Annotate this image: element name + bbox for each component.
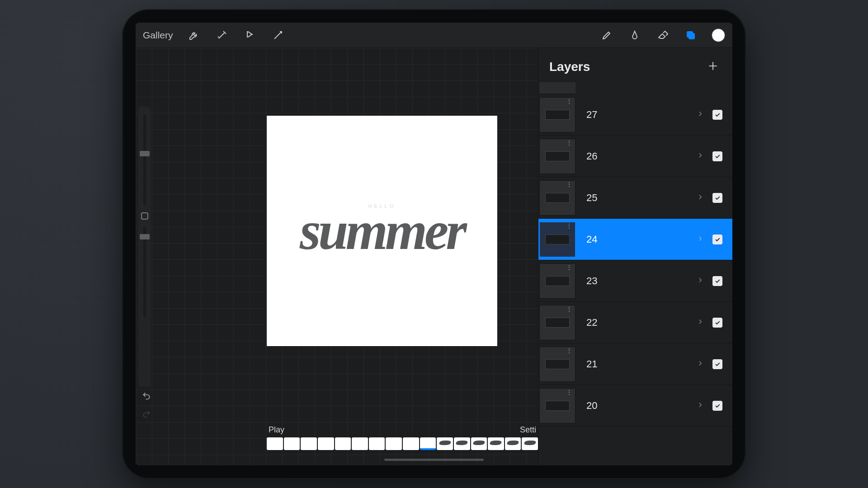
chevron-right-icon[interactable]	[696, 193, 704, 203]
chevron-right-icon[interactable]	[696, 276, 704, 286]
timeline-frame[interactable]	[403, 437, 419, 450]
timeline-frame[interactable]	[267, 437, 283, 450]
timeline-settings-button[interactable]: Setti	[520, 425, 536, 435]
layers-icon[interactable]	[684, 28, 698, 42]
layer-label: 24	[578, 234, 696, 245]
wand-icon[interactable]	[215, 28, 229, 42]
layer-row[interactable]: ⋮20	[538, 385, 732, 427]
layer-row[interactable]: ⋮24	[538, 219, 732, 260]
layer-label: 27	[578, 109, 696, 121]
play-button[interactable]: Play	[269, 425, 284, 435]
layer-label: 26	[578, 150, 696, 162]
brush-size-slider[interactable]	[143, 115, 146, 205]
timeline-frame[interactable]	[369, 437, 385, 450]
layer-label: 20	[578, 400, 696, 412]
selection-icon[interactable]	[243, 28, 257, 42]
timeline-frame[interactable]	[318, 437, 334, 450]
move-icon[interactable]	[271, 28, 285, 42]
chevron-right-icon[interactable]	[696, 359, 704, 369]
smudge-icon[interactable]	[627, 28, 642, 42]
layer-list: ⋮27⋮26⋮25⋮24⋮23⋮22⋮21⋮20	[538, 94, 732, 465]
layer-thumbnail[interactable]: ⋮	[539, 139, 576, 174]
visibility-checkbox[interactable]	[712, 359, 722, 369]
brush-size-thumb[interactable]	[140, 151, 150, 156]
timeline-frame[interactable]	[420, 437, 436, 450]
eraser-icon[interactable]	[656, 28, 670, 42]
layers-panel: Layers ⋮27⋮26⋮25⋮24⋮23⋮22⋮21⋮20	[538, 48, 732, 465]
timeline-frame[interactable]	[335, 437, 351, 450]
layer-row[interactable]: ⋮26	[538, 136, 732, 177]
opacity-thumb[interactable]	[140, 234, 150, 239]
chevron-right-icon[interactable]	[696, 235, 704, 244]
brush-icon[interactable]	[599, 28, 614, 42]
chevron-right-icon[interactable]	[696, 151, 704, 161]
layer-thumbnail[interactable]: ⋮	[539, 263, 576, 299]
canvas[interactable]: HELLO summer summer	[267, 116, 497, 346]
canvas-artwork: summer summer	[300, 200, 464, 262]
timeline-frame[interactable]	[505, 437, 521, 450]
visibility-checkbox[interactable]	[712, 235, 722, 244]
chevron-right-icon[interactable]	[696, 318, 704, 328]
layer-thumbnail[interactable]: ⋮	[539, 305, 576, 340]
top-toolbar: Gallery	[136, 23, 732, 48]
visibility-checkbox[interactable]	[712, 151, 722, 161]
visibility-checkbox[interactable]	[712, 401, 722, 411]
chevron-right-icon[interactable]	[696, 110, 704, 120]
layer-row[interactable]: ⋮25	[538, 177, 732, 219]
frame-strip[interactable]	[267, 437, 538, 450]
layer-row[interactable]: ⋮21	[538, 343, 732, 385]
timeline-frame[interactable]	[488, 437, 504, 450]
layer-group-stub[interactable]	[539, 82, 576, 94]
visibility-checkbox[interactable]	[712, 193, 722, 203]
layer-label: 23	[578, 275, 696, 287]
layer-thumbnail[interactable]: ⋮	[539, 347, 576, 382]
layer-label: 21	[578, 358, 696, 370]
layer-label: 25	[578, 192, 696, 204]
layer-row[interactable]: ⋮23	[538, 260, 732, 302]
timeline-frame[interactable]	[522, 437, 538, 450]
home-indicator	[384, 459, 484, 461]
layer-thumbnail[interactable]: ⋮	[539, 97, 576, 132]
timeline-frame[interactable]	[352, 437, 368, 450]
tablet-frame: Gallery	[122, 9, 746, 479]
add-layer-icon[interactable]	[707, 60, 719, 74]
layer-label: 22	[578, 317, 696, 328]
layer-row[interactable]: ⋮22	[538, 302, 732, 343]
layer-row[interactable]: ⋮27	[538, 94, 732, 136]
undo-icon[interactable]	[142, 391, 151, 402]
timeline-frame[interactable]	[284, 437, 300, 450]
color-picker-swatch[interactable]	[712, 28, 725, 42]
timeline-frame[interactable]	[386, 437, 402, 450]
redo-icon[interactable]	[142, 409, 151, 420]
layer-thumbnail[interactable]: ⋮	[539, 388, 576, 423]
svg-rect-1	[689, 33, 694, 39]
modifier-button[interactable]	[141, 212, 148, 220]
timeline-frame[interactable]	[454, 437, 470, 450]
timeline-frame[interactable]	[471, 437, 487, 450]
wrench-icon[interactable]	[187, 28, 201, 42]
layer-thumbnail[interactable]: ⋮	[539, 180, 576, 216]
animation-timeline: Play Setti	[267, 425, 538, 450]
chevron-right-icon[interactable]	[696, 401, 704, 411]
timeline-frame[interactable]	[301, 437, 317, 450]
left-slider-rail	[138, 107, 151, 387]
gallery-button[interactable]: Gallery	[143, 30, 173, 41]
visibility-checkbox[interactable]	[712, 110, 722, 120]
opacity-slider[interactable]	[143, 227, 146, 317]
visibility-checkbox[interactable]	[712, 318, 722, 328]
timeline-frame[interactable]	[437, 437, 453, 450]
visibility-checkbox[interactable]	[712, 276, 722, 286]
layer-thumbnail[interactable]: ⋮	[539, 222, 576, 257]
layers-panel-title: Layers	[549, 60, 590, 74]
screen: Gallery	[136, 23, 732, 465]
